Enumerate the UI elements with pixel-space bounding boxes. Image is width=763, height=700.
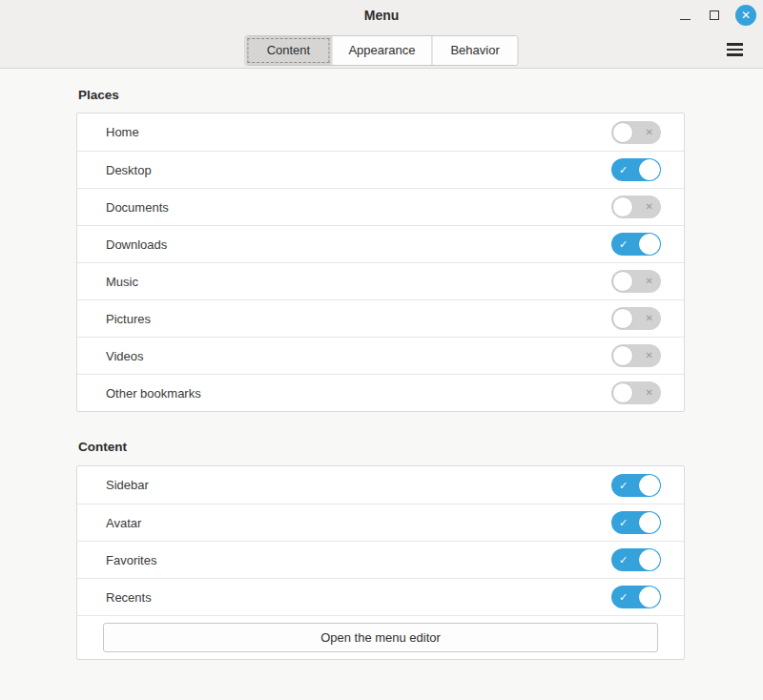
list-item-pictures: Pictures ✓ ✕ bbox=[77, 299, 684, 337]
toggle-switch-documents[interactable]: ✓ ✕ bbox=[611, 196, 661, 218]
check-icon: ✓ bbox=[619, 592, 628, 603]
hamburger-icon bbox=[727, 43, 743, 46]
switch-knob bbox=[612, 271, 633, 292]
row-label: Home bbox=[106, 125, 139, 139]
hamburger-menu-button[interactable] bbox=[723, 38, 746, 61]
list-item-home: Home ✓ ✕ bbox=[77, 113, 684, 151]
row-label: Pictures bbox=[106, 312, 151, 326]
close-icon: ✕ bbox=[741, 10, 751, 21]
minimize-button[interactable] bbox=[676, 7, 693, 24]
toggle-switch-pictures[interactable]: ✓ ✕ bbox=[611, 307, 661, 330]
switch-knob bbox=[612, 122, 633, 143]
places-list: Home ✓ ✕ Desktop ✓ ✕ Documents ✓ ✕ Downl… bbox=[76, 113, 685, 412]
tab-appearance[interactable]: Appearance bbox=[331, 36, 431, 65]
check-icon: ✓ bbox=[619, 165, 628, 175]
window-title: Menu bbox=[0, 8, 763, 23]
toggle-switch-videos[interactable]: ✓ ✕ bbox=[611, 344, 661, 367]
tab-group: Content Appearance Behavior bbox=[244, 35, 518, 66]
row-label: Sidebar bbox=[106, 478, 149, 492]
list-item-documents: Documents ✓ ✕ bbox=[77, 188, 684, 225]
tabs-row: Content Appearance Behavior bbox=[0, 31, 763, 69]
window-header: Menu ✕ Content Appearance Behavior bbox=[0, 0, 763, 69]
cross-icon: ✕ bbox=[646, 388, 653, 398]
row-label: Videos bbox=[106, 349, 144, 363]
row-label: Downloads bbox=[106, 237, 167, 252]
cross-icon: ✕ bbox=[646, 314, 653, 323]
row-label: Other bookmarks bbox=[106, 386, 201, 401]
switch-knob bbox=[639, 234, 660, 255]
list-item-videos: Videos ✓ ✕ bbox=[77, 337, 684, 374]
toggle-switch-music[interactable]: ✓ ✕ bbox=[611, 270, 661, 293]
check-icon: ✓ bbox=[619, 480, 628, 490]
switch-knob bbox=[612, 308, 633, 329]
toggle-switch-desktop[interactable]: ✓ ✕ bbox=[611, 158, 661, 181]
row-label: Avatar bbox=[106, 516, 141, 530]
switch-knob bbox=[639, 549, 660, 570]
cross-icon: ✕ bbox=[646, 351, 653, 360]
tab-content[interactable]: Content bbox=[245, 36, 331, 65]
cross-icon: ✕ bbox=[646, 277, 653, 286]
titlebar: Menu ✕ bbox=[0, 0, 763, 31]
content-list: Sidebar ✓ ✕ Avatar ✓ ✕ Favorites ✓ ✕ Rec… bbox=[76, 465, 685, 660]
toggle-switch-favorites[interactable]: ✓ ✕ bbox=[611, 548, 661, 571]
switch-knob bbox=[612, 196, 633, 217]
list-item-avatar: Avatar ✓ ✕ bbox=[77, 504, 684, 541]
toggle-switch-sidebar[interactable]: ✓ ✕ bbox=[611, 474, 661, 497]
open-menu-editor-button[interactable]: Open the menu editor bbox=[103, 623, 658, 652]
maximize-button[interactable] bbox=[706, 7, 723, 24]
list-item-music: Music ✓ ✕ bbox=[77, 262, 684, 299]
list-item-downloads: Downloads ✓ ✕ bbox=[77, 225, 684, 262]
section-heading-places: Places bbox=[78, 88, 119, 102]
toggle-switch-home[interactable]: ✓ ✕ bbox=[611, 121, 661, 144]
section-heading-content: Content bbox=[78, 440, 127, 454]
tab-behavior[interactable]: Behavior bbox=[432, 36, 518, 65]
close-button[interactable]: ✕ bbox=[735, 5, 756, 26]
switch-knob bbox=[639, 475, 660, 496]
list-item-recents: Recents ✓ ✕ bbox=[77, 578, 684, 615]
switch-knob bbox=[639, 159, 660, 180]
maximize-icon bbox=[710, 10, 719, 20]
menu-editor-row: Open the menu editor bbox=[77, 615, 684, 659]
check-icon: ✓ bbox=[619, 518, 628, 528]
toggle-switch-recents[interactable]: ✓ ✕ bbox=[611, 586, 661, 608]
cross-icon: ✕ bbox=[646, 202, 653, 212]
minimize-icon bbox=[680, 19, 691, 20]
toggle-switch-avatar[interactable]: ✓ ✕ bbox=[611, 511, 661, 534]
row-label: Documents bbox=[106, 200, 169, 215]
toggle-switch-downloads[interactable]: ✓ ✕ bbox=[611, 233, 661, 256]
switch-knob bbox=[612, 345, 633, 366]
toggle-switch-other-bookmarks[interactable]: ✓ ✕ bbox=[611, 381, 661, 404]
cross-icon: ✕ bbox=[646, 128, 653, 137]
row-label: Recents bbox=[106, 590, 152, 605]
row-label: Music bbox=[106, 275, 138, 289]
switch-knob bbox=[639, 512, 660, 533]
row-label: Favorites bbox=[106, 553, 156, 567]
list-item-desktop: Desktop ✓ ✕ bbox=[77, 151, 684, 188]
switch-knob bbox=[612, 382, 633, 403]
list-item-sidebar: Sidebar ✓ ✕ bbox=[77, 466, 684, 504]
window-controls: ✕ bbox=[676, 0, 756, 31]
check-icon: ✓ bbox=[619, 239, 628, 250]
row-label: Desktop bbox=[106, 163, 152, 177]
switch-knob bbox=[639, 587, 660, 607]
check-icon: ✓ bbox=[619, 555, 628, 566]
list-item-favorites: Favorites ✓ ✕ bbox=[77, 541, 684, 578]
list-item-other-bookmarks: Other bookmarks ✓ ✕ bbox=[77, 374, 684, 411]
